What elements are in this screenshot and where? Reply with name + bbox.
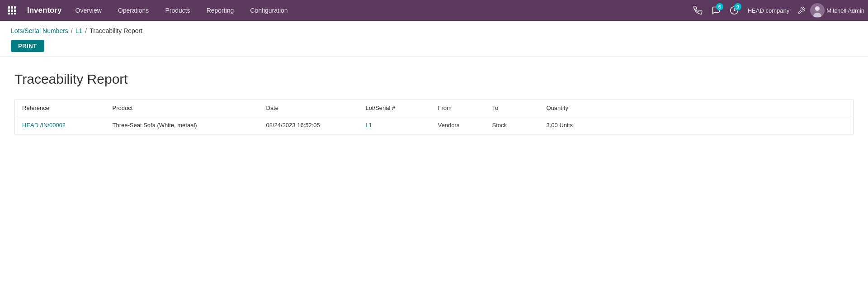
main-content: Traceability Report Reference Product Da… [0,57,868,291]
nav-menu: Overview Operations Products Reporting C… [67,0,690,21]
cell-lot: L1 [359,116,431,134]
nav-brand[interactable]: Inventory [22,6,67,15]
breadcrumb-lots[interactable]: Lots/Serial Numbers [11,27,68,34]
svg-rect-3 [8,10,10,12]
breadcrumb-l1[interactable]: L1 [75,27,83,34]
breadcrumb-current: Traceability Report [90,27,142,34]
svg-point-11 [815,6,820,11]
table-header: Reference Product Date Lot/Serial # From… [15,100,854,116]
breadcrumb-bar: Lots/Serial Numbers / L1 / Traceability … [0,21,868,57]
svg-rect-7 [11,13,13,14]
table-row: HEAD /IN/00002 Three-Seat Sofa (White, m… [15,116,854,134]
svg-rect-4 [11,10,13,12]
svg-rect-0 [8,6,10,9]
activity-icon-btn[interactable]: 9 [726,2,742,19]
navbar: Inventory Overview Operations Products R… [0,0,868,21]
apps-icon[interactable] [4,2,20,19]
col-header-date: Date [259,100,359,116]
col-header-from: From [431,100,485,116]
breadcrumb-sep-1: / [71,27,73,34]
breadcrumb-sep-2: / [85,27,87,34]
cell-quantity: 3.00 Units [539,116,854,134]
settings-icon[interactable] [795,4,808,17]
nav-item-configuration[interactable]: Configuration [242,0,296,21]
breadcrumb: Lots/Serial Numbers / L1 / Traceability … [11,27,857,34]
messages-icon-btn[interactable]: 6 [708,2,724,19]
col-header-product: Product [105,100,259,116]
col-header-reference: Reference [15,100,105,116]
col-header-lot: Lot/Serial # [359,100,431,116]
col-header-quantity: Quantity [539,100,854,116]
cell-date: 08/24/2023 16:52:05 [259,116,359,134]
lot-link[interactable]: L1 [366,122,372,129]
messages-badge: 6 [716,3,723,10]
cell-from: Vendors [431,116,485,134]
svg-rect-8 [14,13,16,14]
nav-company[interactable]: HEAD company [744,7,793,14]
svg-rect-6 [8,13,10,14]
support-icon-btn[interactable] [690,2,706,19]
cell-to: Stock [485,116,539,134]
report-title: Traceability Report [14,72,854,87]
report-table: Reference Product Date Lot/Serial # From… [14,100,854,134]
nav-item-operations[interactable]: Operations [110,0,157,21]
avatar[interactable] [810,3,825,18]
activity-badge: 9 [734,3,741,10]
nav-user-name[interactable]: Mitchell Admin [826,7,864,14]
svg-rect-5 [14,10,16,12]
nav-item-overview[interactable]: Overview [67,0,110,21]
svg-rect-1 [11,6,13,9]
reference-link[interactable]: HEAD /IN/00002 [22,122,66,129]
col-header-to: To [485,100,539,116]
print-button[interactable]: PRINT [11,40,44,52]
svg-rect-2 [14,6,16,9]
nav-item-reporting[interactable]: Reporting [198,0,242,21]
nav-right: 6 9 HEAD company Mitchell Admin [690,2,864,19]
cell-reference: HEAD /IN/00002 [15,116,105,134]
nav-item-products[interactable]: Products [157,0,198,21]
cell-product: Three-Seat Sofa (White, metaal) [105,116,259,134]
table-body: HEAD /IN/00002 Three-Seat Sofa (White, m… [15,116,854,134]
